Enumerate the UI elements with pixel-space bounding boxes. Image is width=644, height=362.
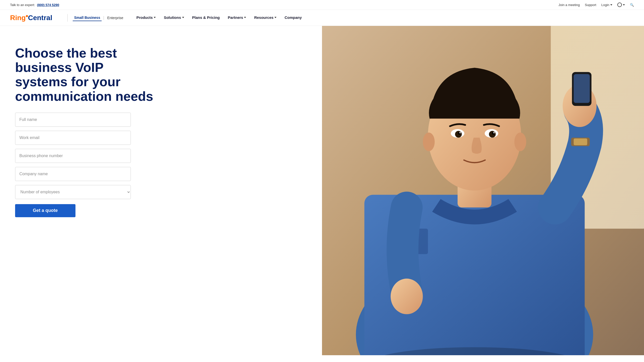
logo-ring: Ring (10, 14, 26, 22)
solutions-chevron-icon (182, 17, 184, 18)
products-chevron-icon (154, 17, 156, 18)
phone-link[interactable]: (800) 574 5290 (37, 3, 59, 7)
top-bar: Talk to an expert: (800) 574 5290 Join a… (0, 0, 644, 10)
svg-point-16 (493, 132, 495, 133)
employees-select[interactable]: Number of employees 1-10 11-50 51-200 20… (15, 185, 131, 199)
logo-dot-icon (26, 15, 28, 17)
hero-left-panel: Choose the best business VoIP systems fo… (0, 26, 322, 355)
login-chevron-icon (610, 4, 612, 6)
svg-rect-23 (574, 139, 587, 145)
nav-company[interactable]: Company (280, 10, 306, 26)
get-quote-button[interactable]: Get a quote (15, 204, 75, 217)
logo-central: Central (28, 14, 52, 22)
nav-partners[interactable]: Partners (224, 10, 250, 26)
globe-icon (617, 3, 622, 7)
nav-plans-pricing[interactable]: Plans & Pricing (188, 10, 224, 26)
svg-point-25 (514, 132, 526, 151)
hero-title: Choose the best business VoIP systems fo… (15, 46, 156, 104)
svg-point-21 (391, 279, 423, 314)
hero-section: Choose the best business VoIP systems fo… (0, 26, 644, 355)
talk-to-expert-label: Talk to an expert: (10, 3, 35, 7)
language-selector[interactable] (617, 3, 625, 7)
nav-products[interactable]: Products (132, 10, 160, 26)
enterprise-tab[interactable]: Enterprise (106, 15, 125, 21)
hero-image-panel (322, 26, 644, 355)
full-name-input[interactable] (15, 113, 131, 127)
small-business-tab[interactable]: Small Business (73, 15, 102, 21)
business-segment-selector: Small Business | Enterprise (73, 15, 125, 21)
resources-chevron-icon (274, 17, 276, 18)
lead-form: Number of employees 1-10 11-50 51-200 20… (15, 113, 131, 217)
nav-resources[interactable]: Resources (250, 10, 280, 26)
company-name-input[interactable] (15, 167, 131, 181)
search-button[interactable]: 🔍 (630, 3, 634, 7)
login-button[interactable]: Login (601, 3, 612, 7)
main-navigation: RingCentral Small Business | Enterprise … (0, 10, 644, 26)
hero-image (322, 26, 644, 355)
svg-point-15 (459, 132, 461, 133)
work-email-input[interactable] (15, 131, 131, 145)
nav-items: Products Solutions Plans & Pricing Partn… (132, 10, 306, 26)
support-link[interactable]: Support (585, 3, 596, 7)
language-chevron-icon (623, 4, 625, 6)
nav-divider (67, 14, 68, 22)
svg-rect-20 (574, 74, 590, 103)
nav-solutions[interactable]: Solutions (160, 10, 188, 26)
join-meeting-link[interactable]: Join a meeting (558, 3, 580, 7)
business-phone-input[interactable] (15, 149, 131, 163)
svg-point-24 (423, 132, 435, 151)
logo[interactable]: RingCentral (10, 14, 52, 22)
partners-chevron-icon (244, 17, 246, 18)
